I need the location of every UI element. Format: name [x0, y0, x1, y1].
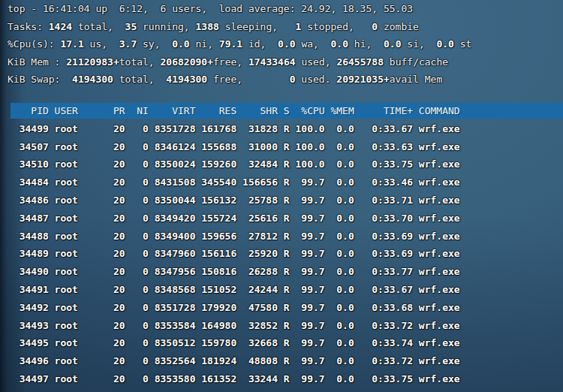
summary-text: top - 16:41:04 up 6:12, 6 users, load av…: [8, 3, 413, 14]
summary-lines: top - 16:41:04 up 6:12, 6 users, load av…: [8, 0, 563, 89]
summary-value: 26455788: [336, 56, 384, 68]
summary-line-3: %Cpu(s): 17.1 us, 3.7 sy, 0.0 ni, 79.1 i…: [8, 35, 563, 53]
summary-value: 1388: [196, 21, 219, 32]
summary-text: Tasks:: [8, 21, 49, 32]
top-command-output: top - 16:41:04 up 6:12, 6 users, load av…: [0, 0, 563, 392]
summary-value: 0.0: [331, 38, 348, 50]
summary-value: 0.0: [436, 38, 453, 50]
summary-text: total,: [72, 21, 125, 32]
process-row-34499: 34499 root 20 0 8351728 161768 31828 R 1…: [8, 120, 563, 138]
summary-value: 17.1: [60, 38, 83, 50]
process-row-34495: 34495 root 20 0 8350512 159780 32668 R 9…: [8, 334, 563, 352]
process-row-34484: 34484 root 20 0 8431508 345540 156656 R …: [8, 173, 563, 191]
summary-value: 3.7: [119, 38, 137, 50]
summary-text: running,: [137, 21, 195, 32]
terminal-screen[interactable]: top - 16:41:04 up 6:12, 6 users, load av…: [0, 0, 563, 392]
summary-text: used.: [296, 74, 337, 85]
summary-text: stopped,: [301, 21, 372, 32]
summary-value: 4194300: [72, 74, 113, 85]
summary-text: us,: [84, 38, 119, 50]
summary-value: 17433464: [248, 56, 296, 68]
process-row-34491: 34491 root 20 0 8348568 151052 24244 R 9…: [8, 281, 563, 299]
summary-value: 0.0: [384, 38, 401, 50]
summary-value: 20921035+: [336, 74, 389, 85]
process-row-34496: 34496 root 20 0 8352564 181924 48808 R 9…: [8, 352, 563, 370]
summary-value: 0.0: [278, 38, 295, 50]
summary-text: sleeping,: [219, 21, 296, 32]
summary-text: wa,: [296, 38, 331, 50]
process-row-34507: 34507 root 20 0 8346124 155688 31000 R 1…: [8, 138, 563, 156]
summary-text: si,: [401, 38, 436, 50]
summary-text: ni,: [190, 38, 219, 50]
summary-line-1: top - 16:41:04 up 6:12, 6 users, load av…: [8, 0, 563, 18]
summary-line-4: KiB Mem : 21120983+total, 20682090+free,…: [8, 53, 563, 71]
summary-text: sy,: [137, 38, 172, 50]
process-row-34492: 34492 root 20 0 8351728 179920 47580 R 9…: [8, 299, 563, 317]
summary-text: used,: [296, 56, 337, 68]
summary-value: 21120983+: [66, 56, 119, 68]
summary-text: avail Mem: [390, 74, 442, 85]
message-line: [8, 89, 563, 102]
summary-value: 4194300: [166, 74, 207, 85]
summary-text: KiB Swap:: [8, 74, 72, 85]
process-row-34488: 34488 root 20 0 8349400 159656 27812 R 9…: [8, 228, 563, 246]
summary-value: 35: [125, 21, 137, 32]
process-row-34489: 34489 root 20 0 8347960 156116 25920 R 9…: [8, 245, 563, 263]
summary-value: 0.0: [172, 38, 189, 50]
process-table-header: PID USER PR NI VIRT RES SHR S %CPU %MEM …: [8, 102, 563, 120]
process-row-34497: 34497 root 20 0 8353580 161352 33244 R 9…: [8, 370, 563, 388]
summary-text: free,: [213, 56, 248, 68]
summary-value: 20682090+: [161, 56, 213, 68]
summary-text: buff/cache: [384, 56, 448, 68]
process-row-34487: 34487 root 20 0 8349420 155724 25616 R 9…: [8, 210, 563, 228]
summary-text: free,: [207, 74, 290, 85]
process-row-34493: 34493 root 20 0 8353584 164980 32852 R 9…: [8, 317, 563, 335]
summary-text: %Cpu(s):: [8, 38, 60, 50]
summary-value: 0: [372, 21, 378, 32]
summary-text: id,: [242, 38, 278, 50]
summary-line-5: KiB Swap: 4194300 total, 4194300 free, 0…: [8, 71, 563, 89]
summary-text: hi,: [348, 38, 384, 50]
summary-text: total,: [119, 56, 161, 68]
process-table: 34499 root 20 0 8351728 161768 31828 R 1…: [8, 120, 563, 392]
summary-value: 79.1: [219, 38, 242, 50]
summary-text: st: [454, 38, 471, 50]
summary-text: total,: [113, 74, 166, 85]
process-row-34486: 34486 root 20 0 8350044 156132 25788 R 9…: [8, 191, 563, 210]
process-row-34498: 34498 root 20 0 8350904 160372 33752 R 9…: [8, 388, 563, 392]
summary-text: KiB Mem :: [8, 56, 66, 68]
summary-value: 1424: [49, 21, 72, 32]
summary-line-2: Tasks: 1424 total, 35 running, 1388 slee…: [8, 18, 563, 36]
summary-value: 0: [290, 74, 296, 85]
process-row-34490: 34490 root 20 0 8347956 150816 26288 R 9…: [8, 263, 563, 281]
summary-text: zombie: [378, 21, 419, 32]
process-row-34510: 34510 root 20 0 8350024 159260 32484 R 1…: [8, 155, 563, 173]
